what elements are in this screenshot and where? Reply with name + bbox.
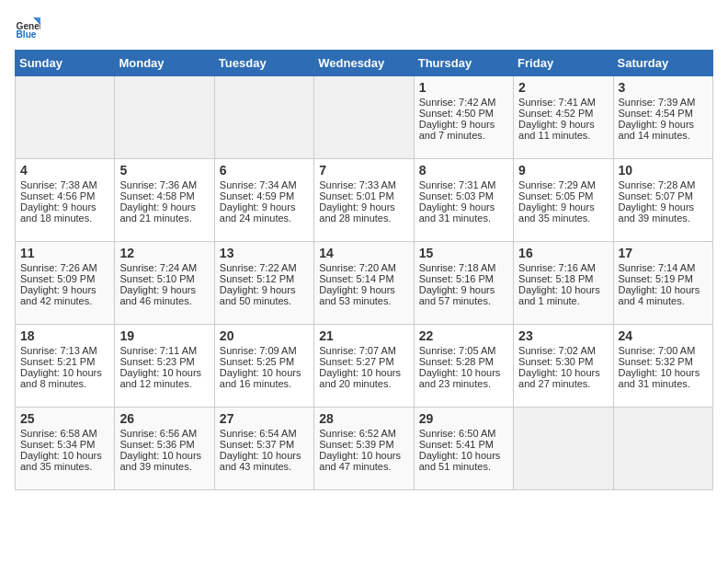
day-info: Sunrise: 7:00 AM [619,345,708,356]
day-info: Sunrise: 7:38 AM [20,179,109,190]
day-info: and 21 minutes. [119,213,209,224]
day-info: Daylight: 10 hours [20,450,109,461]
day-info: Sunrise: 6:56 AM [119,428,209,439]
day-info: Sunrise: 7:24 AM [119,262,209,273]
day-number: 7 [319,163,408,178]
day-number: 15 [419,246,508,260]
day-info: Sunrise: 7:31 AM [419,179,508,190]
calendar-cell: 5Sunrise: 7:36 AMSunset: 4:58 PMDaylight… [115,159,214,242]
day-info: Sunrise: 6:50 AM [419,428,508,439]
day-info: Sunrise: 7:05 AM [419,345,508,356]
day-number: 9 [518,163,608,178]
day-number: 29 [419,411,508,426]
day-number: 1 [419,80,508,95]
day-number: 17 [619,246,708,260]
day-info: Sunset: 4:56 PM [20,190,109,201]
day-info: Daylight: 10 hours [220,367,309,378]
calendar-week-5: 25Sunrise: 6:58 AMSunset: 5:34 PMDayligh… [16,408,713,490]
calendar-cell: 7Sunrise: 7:33 AMSunset: 5:01 PMDaylight… [314,159,414,242]
day-info: Sunrise: 6:52 AM [319,428,408,439]
day-info: Sunrise: 7:33 AM [319,179,408,190]
calendar-cell: 17Sunrise: 7:14 AMSunset: 5:19 PMDayligh… [613,242,712,325]
day-info: Sunset: 5:01 PM [319,190,408,201]
day-info: Daylight: 10 hours [119,450,209,461]
calendar-cell: 10Sunrise: 7:28 AMSunset: 5:07 PMDayligh… [613,159,712,242]
day-info: Sunset: 5:34 PM [20,439,109,450]
day-info: Daylight: 9 hours [220,201,309,213]
day-number: 5 [119,163,209,178]
day-info: Sunrise: 6:58 AM [20,428,109,439]
day-info: and 47 minutes. [319,461,408,472]
calendar-cell: 28Sunrise: 6:52 AMSunset: 5:39 PMDayligh… [314,408,414,490]
day-info: Sunset: 5:39 PM [319,439,408,450]
day-info: Sunrise: 7:11 AM [119,345,209,356]
day-info: Daylight: 10 hours [20,367,109,378]
day-info: and 7 minutes. [419,130,508,141]
calendar-cell: 11Sunrise: 7:26 AMSunset: 5:09 PMDayligh… [16,242,115,325]
day-info: and 53 minutes. [319,295,408,306]
day-number: 22 [419,328,508,343]
day-info: Sunrise: 7:36 AM [119,179,209,190]
day-number: 10 [619,163,708,178]
day-info: Sunset: 5:09 PM [20,273,109,284]
day-info: Sunset: 5:28 PM [419,356,508,367]
header-saturday: Saturday [613,51,712,76]
day-info: Sunset: 5:25 PM [220,356,309,367]
day-info: Sunset: 5:37 PM [220,439,309,450]
day-info: Sunrise: 7:34 AM [220,179,309,190]
calendar-cell: 6Sunrise: 7:34 AMSunset: 4:59 PMDaylight… [214,159,313,242]
day-info: Daylight: 10 hours [119,367,209,378]
day-info: Daylight: 10 hours [619,367,708,378]
day-info: Sunset: 5:05 PM [518,190,608,201]
day-info: Sunset: 5:19 PM [619,273,708,284]
day-info: Daylight: 10 hours [319,450,408,461]
day-info: and 51 minutes. [419,461,508,472]
day-info: and 11 minutes. [518,130,608,141]
header-tuesday: Tuesday [214,51,313,76]
day-number: 24 [619,328,708,343]
day-info: and 35 minutes. [518,213,608,224]
day-number: 20 [220,328,309,343]
day-info: Sunset: 5:07 PM [619,190,708,201]
calendar-cell: 8Sunrise: 7:31 AMSunset: 5:03 PMDaylight… [414,159,513,242]
day-info: Sunrise: 7:20 AM [319,262,408,273]
day-info: Daylight: 9 hours [419,284,508,295]
svg-text:Blue: Blue [17,29,37,40]
day-info: Daylight: 10 hours [518,367,608,378]
day-info: and 39 minutes. [619,213,708,224]
calendar-cell: 2Sunrise: 7:41 AMSunset: 4:52 PMDaylight… [514,76,613,159]
day-info: and 8 minutes. [20,378,109,389]
day-info: and 18 minutes. [20,213,109,224]
calendar-cell: 23Sunrise: 7:02 AMSunset: 5:30 PMDayligh… [514,325,613,408]
day-info: Sunset: 5:18 PM [518,273,608,284]
day-info: and 20 minutes. [319,378,408,389]
day-info: Sunset: 5:27 PM [319,356,408,367]
day-number: 13 [220,246,309,260]
day-info: Sunset: 5:30 PM [518,356,608,367]
calendar-cell: 3Sunrise: 7:39 AMSunset: 4:54 PMDaylight… [613,76,712,159]
day-info: and 50 minutes. [220,295,309,306]
day-info: Daylight: 10 hours [419,367,508,378]
calendar-cell: 22Sunrise: 7:05 AMSunset: 5:28 PMDayligh… [414,325,513,408]
day-info: Sunrise: 7:18 AM [419,262,508,273]
calendar-cell: 15Sunrise: 7:18 AMSunset: 5:16 PMDayligh… [414,242,513,325]
day-info: and 46 minutes. [119,295,209,306]
day-info: Sunset: 5:32 PM [619,356,708,367]
day-info: Daylight: 9 hours [419,201,508,213]
day-info: Sunset: 4:59 PM [220,190,309,201]
day-info: Sunset: 5:03 PM [419,190,508,201]
day-info: Daylight: 9 hours [518,119,608,130]
day-info: and 39 minutes. [119,461,209,472]
day-info: Sunrise: 7:09 AM [220,345,309,356]
day-info: Daylight: 10 hours [319,367,408,378]
day-info: Sunset: 5:36 PM [119,439,209,450]
day-number: 26 [119,411,209,426]
day-info: Sunrise: 7:22 AM [220,262,309,273]
header-friday: Friday [514,51,613,76]
day-info: Sunset: 5:12 PM [220,273,309,284]
logo: General Blue [15,15,48,40]
page-header: General Blue [15,15,713,40]
day-info: and 24 minutes. [220,213,309,224]
calendar-cell [314,76,414,159]
day-info: and 35 minutes. [20,461,109,472]
